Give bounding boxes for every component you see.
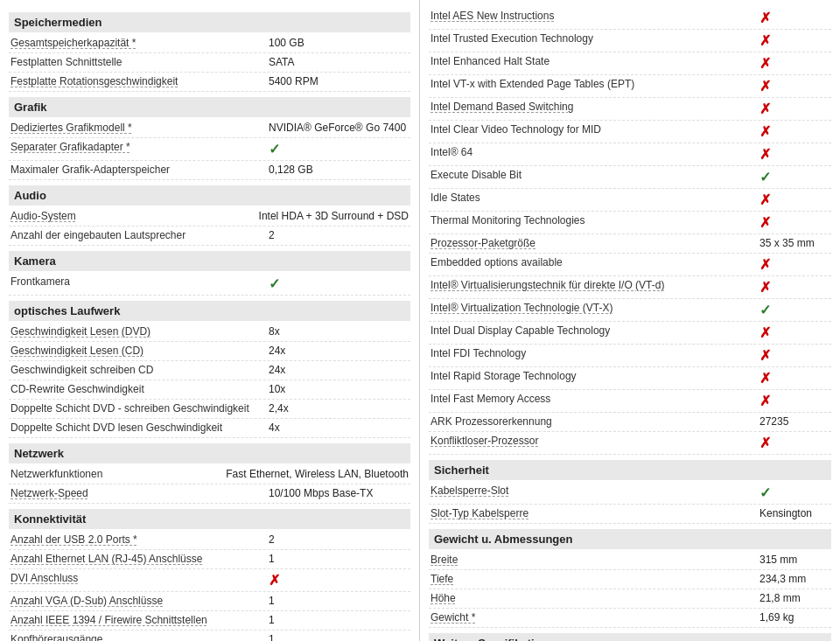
cross-icon: ✗: [760, 215, 771, 230]
table-row: Netzwerk-Speed10/100 Mbps Base-TX: [9, 484, 410, 504]
table-row: Thermal Monitoring Technologies✗: [429, 212, 831, 234]
table-row: Intel Clear Video Technology for MID✗: [429, 121, 831, 143]
table-row: Anzahl der USB 2.0 Ports *2: [9, 531, 410, 550]
row-label: Gesamtspeicherkapazität *: [10, 37, 269, 49]
row-label: Intel® Virtualization Technologie (VT-X): [430, 302, 760, 314]
table-row: Execute Disable Bit✓: [429, 166, 831, 189]
row-value: ✓: [269, 275, 409, 292]
section-header: Konnektivität: [9, 509, 410, 529]
table-row: Anzahl der eingebauten Lautsprecher2: [9, 226, 410, 246]
row-value: ✗: [760, 32, 830, 49]
table-row: Intel Enhanced Halt State✗: [429, 52, 831, 75]
table-row: DVI Anschluss✗: [9, 569, 410, 592]
row-label: Anzahl Ethernet LAN (RJ-45) Anschlüsse: [10, 553, 269, 565]
row-label: Breite: [430, 554, 760, 566]
row-label: ARK Prozessorerkennung: [430, 415, 760, 428]
cross-icon: ✗: [760, 79, 771, 94]
table-row: Anzahl Ethernet LAN (RJ-45) Anschlüsse1: [9, 550, 410, 569]
row-label: Slot-Typ Kabelsperre: [430, 507, 760, 519]
row-value: Intel HDA + 3D Surround + DSD: [259, 210, 409, 222]
table-row: Intel® Virtualization Technologie (VT-X)…: [429, 299, 831, 322]
check-icon: ✓: [760, 303, 771, 317]
row-value: 35 x 35 mm: [760, 237, 830, 249]
cross-icon: ✗: [760, 280, 771, 295]
table-row: Intel AES New Instructions✗: [429, 7, 831, 30]
row-label: Intel Dual Display Capable Technology: [430, 324, 760, 337]
row-value: ✗: [760, 214, 830, 231]
row-value: ✓: [269, 141, 409, 157]
cross-icon: ✗: [269, 573, 280, 588]
table-row: NetzwerkfunktionenFast Ethernet, Wireles…: [9, 465, 410, 484]
row-value: 1: [269, 553, 409, 565]
section-header: Weitere Spezifikationen: [429, 633, 831, 641]
row-label: Intel® Virtualisierungstechnik für direk…: [430, 279, 760, 291]
table-row: Festplatte Rotationsgeschwindigkeit5400 …: [9, 73, 410, 92]
table-row: Idle States✗: [429, 189, 831, 212]
row-value: ✗: [760, 256, 830, 273]
row-label: Festplatte Rotationsgeschwindigkeit: [10, 75, 269, 87]
row-value: Fast Ethernet, Wireless LAN, Bluetooth: [226, 468, 409, 480]
row-label: Thermal Monitoring Technologies: [430, 214, 760, 226]
check-icon: ✓: [269, 142, 280, 157]
table-row: Audio-SystemIntel HDA + 3D Surround + DS…: [9, 207, 410, 226]
value-text: 27235: [760, 415, 788, 428]
row-label: Kopfhörerausgänge: [10, 633, 269, 641]
row-value: ✗: [760, 10, 830, 26]
cross-icon: ✗: [760, 325, 771, 340]
table-row: Geschwindigkeit Lesen (CD)24x: [9, 342, 410, 361]
section-header: Grafik: [9, 97, 410, 117]
table-row: Breite315 mm: [429, 551, 831, 570]
cross-icon: ✗: [760, 192, 771, 207]
row-value: ✗: [760, 324, 830, 341]
table-row: Gesamtspeicherkapazität *100 GB: [9, 34, 410, 53]
row-label: Frontkamera: [10, 275, 269, 288]
row-label: Konfliktloser-Prozessor: [430, 435, 760, 447]
row-label: Dediziertes Grafikmodell *: [10, 122, 269, 134]
table-row: ARK Prozessorerkennung27235: [429, 413, 831, 432]
value-text: Fast Ethernet, Wireless LAN, Bluetooth: [226, 468, 409, 480]
section-header: Netzwerk: [9, 443, 410, 463]
value-text: NVIDIA® GeForce® Go 7400: [269, 122, 406, 134]
cross-icon: ✗: [760, 124, 771, 139]
row-value: 2: [269, 229, 409, 241]
row-value: 315 mm: [760, 554, 830, 566]
table-row: Geschwindigkeit Lesen (DVD)8x: [9, 323, 410, 342]
table-row: Gewicht *1,69 kg: [429, 609, 831, 628]
table-row: Embedded options available✗: [429, 254, 831, 276]
row-label: Anzahl der USB 2.0 Ports *: [10, 533, 269, 546]
row-label: Intel FDI Technology: [430, 347, 760, 359]
table-row: Prozessor-Paketgröße35 x 35 mm: [429, 234, 831, 254]
table-row: Separater Grafikadapter *✓: [9, 138, 410, 161]
row-value: ✓: [760, 484, 830, 501]
table-row: Intel® 64✗: [429, 143, 831, 166]
row-label: Doppelte Schicht DVD - schreiben Geschwi…: [10, 402, 269, 415]
table-row: CD-Rewrite Geschwindigkeit10x: [9, 380, 410, 400]
row-label: Anzahl der eingebauten Lautsprecher: [10, 229, 269, 241]
row-value: ✗: [760, 101, 830, 117]
row-value: ✗: [760, 123, 830, 140]
left-panel: SpeichermedienGesamtspeicherkapazität *1…: [0, 0, 420, 641]
table-row: Konfliktloser-Prozessor✗: [429, 432, 831, 455]
row-label: Embedded options available: [430, 256, 760, 268]
value-text: 100 GB: [269, 37, 304, 49]
value-text: 4x: [269, 422, 280, 434]
table-row: Intel Trusted Execution Technology✗: [429, 30, 831, 52]
row-label: Intel VT-x with Extended Page Tables (EP…: [430, 78, 760, 90]
table-row: Tiefe234,3 mm: [429, 570, 831, 589]
value-text: 1: [269, 553, 275, 565]
row-label: Intel Demand Based Switching: [430, 101, 760, 113]
section-header: Audio: [9, 185, 410, 206]
value-text: 1: [269, 595, 275, 607]
row-label: Intel Fast Memory Access: [430, 393, 760, 405]
value-text: 2: [269, 229, 275, 241]
row-label: Netzwerkfunktionen: [10, 468, 226, 480]
row-value: ✗: [760, 435, 830, 451]
row-value: 2: [269, 533, 409, 546]
row-value: ✗: [760, 146, 830, 163]
table-row: Kopfhörerausgänge1: [9, 631, 410, 641]
right-panel: Intel AES New Instructions✗Intel Trusted…: [420, 0, 840, 641]
table-row: Frontkamera✓: [9, 273, 410, 296]
table-row: Anzahl IEEE 1394 / Firewire Schnittstell…: [9, 611, 410, 631]
value-text: Kensington: [760, 507, 812, 519]
value-text: 10x: [269, 383, 285, 395]
